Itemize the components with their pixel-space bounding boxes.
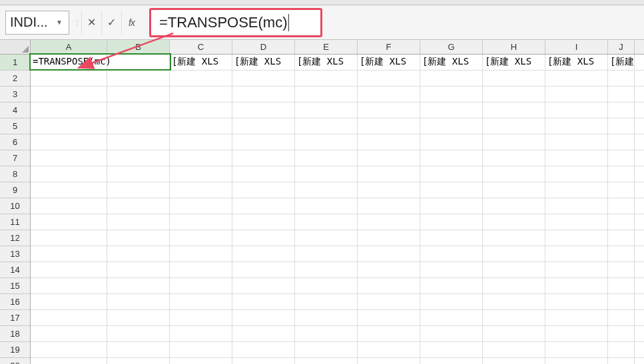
cell-E8[interactable] xyxy=(295,166,358,182)
cell-F16[interactable] xyxy=(358,294,420,309)
cell-J20[interactable] xyxy=(608,358,635,364)
cell-I3[interactable] xyxy=(545,87,608,102)
cell-J12[interactable] xyxy=(608,230,635,246)
cell-G13[interactable] xyxy=(420,246,483,262)
cell-I17[interactable] xyxy=(545,310,608,325)
row-header-19[interactable]: 19 xyxy=(0,342,30,358)
cell-B9[interactable] xyxy=(107,182,170,198)
cell-E14[interactable] xyxy=(295,262,358,277)
insert-function-button[interactable]: fx xyxy=(121,11,141,35)
cell-E13[interactable] xyxy=(295,246,358,262)
cell-A1[interactable]: =TRANSPOSE(mc) xyxy=(31,55,107,70)
cell-J2[interactable] xyxy=(608,71,635,86)
cell-F2[interactable] xyxy=(358,71,420,86)
cell-G2[interactable] xyxy=(420,71,483,86)
cell-B19[interactable] xyxy=(107,342,170,357)
cell-D5[interactable] xyxy=(232,118,295,134)
cell-I12[interactable] xyxy=(545,230,608,246)
cell-D2[interactable] xyxy=(232,71,295,86)
cell-G1[interactable]: [新建 XLS xyxy=(420,55,483,70)
cell-B12[interactable] xyxy=(107,230,170,246)
cell-A5[interactable] xyxy=(31,118,107,134)
cell-H7[interactable] xyxy=(483,150,545,166)
cell-H9[interactable] xyxy=(483,182,545,198)
cell-H3[interactable] xyxy=(483,87,545,102)
row-header-4[interactable]: 4 xyxy=(0,102,30,118)
cell-C5[interactable] xyxy=(170,118,232,134)
cell-C7[interactable] xyxy=(170,150,232,166)
cell-J3[interactable] xyxy=(608,87,635,102)
cell-I9[interactable] xyxy=(545,182,608,198)
cells-area[interactable]: =TRANSPOSE(mc)[新建 XLS[新建 XLS[新建 XLS[新建 X… xyxy=(31,55,644,364)
row-header-14[interactable]: 14 xyxy=(0,262,30,278)
cancel-button[interactable]: ✕ xyxy=(81,11,101,35)
cell-J8[interactable] xyxy=(608,166,635,182)
cell-A17[interactable] xyxy=(31,310,107,325)
cell-E4[interactable] xyxy=(295,102,358,118)
cell-C8[interactable] xyxy=(170,166,232,182)
name-box[interactable]: INDI... ▼ xyxy=(5,11,69,35)
row-header-10[interactable]: 10 xyxy=(0,198,30,214)
cell-C4[interactable] xyxy=(170,102,232,118)
column-header-c[interactable]: C xyxy=(170,40,232,54)
cell-J5[interactable] xyxy=(608,118,635,134)
cell-G3[interactable] xyxy=(420,87,483,102)
cell-A11[interactable] xyxy=(31,214,107,230)
enter-button[interactable]: ✓ xyxy=(101,11,121,35)
column-header-g[interactable]: G xyxy=(420,40,483,54)
cell-C3[interactable] xyxy=(170,87,232,102)
cell-J18[interactable] xyxy=(608,326,635,341)
cell-H1[interactable]: [新建 XLS xyxy=(483,55,545,70)
cell-B14[interactable] xyxy=(107,262,170,277)
column-header-e[interactable]: E xyxy=(295,40,358,54)
cell-F8[interactable] xyxy=(358,166,420,182)
row-header-17[interactable]: 17 xyxy=(0,310,30,326)
cell-G17[interactable] xyxy=(420,310,483,325)
cell-E11[interactable] xyxy=(295,214,358,230)
column-header-a[interactable]: A xyxy=(31,40,107,54)
cell-E19[interactable] xyxy=(295,342,358,357)
cell-C6[interactable] xyxy=(170,134,232,150)
row-header-7[interactable]: 7 xyxy=(0,150,30,166)
cell-B10[interactable] xyxy=(107,198,170,214)
cell-B11[interactable] xyxy=(107,214,170,230)
cell-G10[interactable] xyxy=(420,198,483,214)
cell-J10[interactable] xyxy=(608,198,635,214)
cell-H2[interactable] xyxy=(483,71,545,86)
cell-G11[interactable] xyxy=(420,214,483,230)
row-header-12[interactable]: 12 xyxy=(0,230,30,246)
cell-E3[interactable] xyxy=(295,87,358,102)
cell-E9[interactable] xyxy=(295,182,358,198)
cell-E17[interactable] xyxy=(295,310,358,325)
cell-J6[interactable] xyxy=(608,134,635,150)
cell-E15[interactable] xyxy=(295,278,358,293)
cell-E18[interactable] xyxy=(295,326,358,341)
cell-G20[interactable] xyxy=(420,358,483,364)
cell-H15[interactable] xyxy=(483,278,545,293)
cell-E5[interactable] xyxy=(295,118,358,134)
row-header-3[interactable]: 3 xyxy=(0,87,30,102)
cell-D4[interactable] xyxy=(232,102,295,118)
cell-A8[interactable] xyxy=(31,166,107,182)
cell-B18[interactable] xyxy=(107,326,170,341)
cell-C14[interactable] xyxy=(170,262,232,277)
cell-B3[interactable] xyxy=(107,87,170,102)
cell-F9[interactable] xyxy=(358,182,420,198)
cell-F17[interactable] xyxy=(358,310,420,325)
cell-E20[interactable] xyxy=(295,358,358,364)
cell-J7[interactable] xyxy=(608,150,635,166)
row-header-5[interactable]: 5 xyxy=(0,118,30,134)
cell-I5[interactable] xyxy=(545,118,608,134)
cell-I16[interactable] xyxy=(545,294,608,309)
cell-G5[interactable] xyxy=(420,118,483,134)
cell-A15[interactable] xyxy=(31,278,107,293)
column-header-d[interactable]: D xyxy=(232,40,295,54)
cell-G14[interactable] xyxy=(420,262,483,277)
cell-D13[interactable] xyxy=(232,246,295,262)
cell-D1[interactable]: [新建 XLS xyxy=(232,55,295,70)
cell-F12[interactable] xyxy=(358,230,420,246)
cell-I13[interactable] xyxy=(545,246,608,262)
cell-A9[interactable] xyxy=(31,182,107,198)
row-header-6[interactable]: 6 xyxy=(0,134,30,150)
cell-A7[interactable] xyxy=(31,150,107,166)
